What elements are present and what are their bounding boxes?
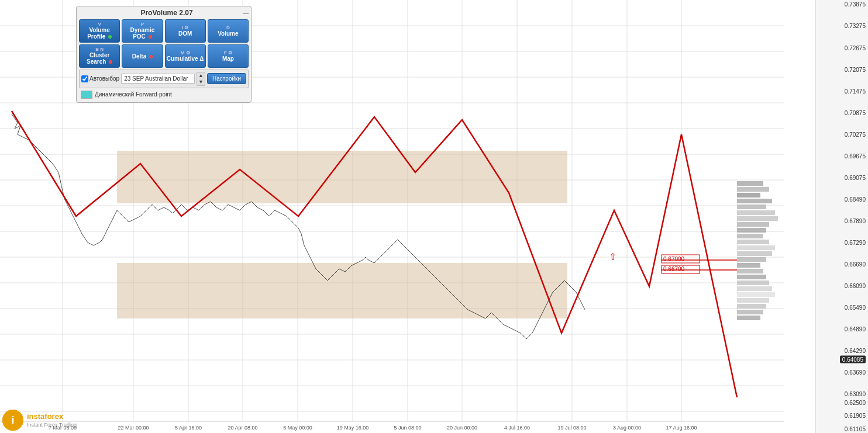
svg-rect-50 [737,251,772,256]
svg-rect-48 [737,240,769,244]
price-tick: 0.67890 [845,217,866,224]
svg-text:19 May 16:00: 19 May 16:00 [337,425,369,431]
svg-text:22 Mar 00:00: 22 Mar 00:00 [118,425,149,431]
svg-rect-51 [737,257,766,262]
price-tick: 0.61105 [845,425,866,432]
price-tick: 0.67290 [845,239,866,245]
price-tick: 0.73275 [845,23,866,29]
provolume-close-button[interactable]: — [243,10,249,16]
price-tick: 0.63090 [845,391,866,397]
provolume-row2: B N Cluster Search Delta M ⚙ Cumulative … [79,44,249,68]
svg-text:5 Apr 16:00: 5 Apr 16:00 [175,425,202,431]
price-tick: 0.69675 [845,153,866,159]
price-tick: 0.61905 [845,413,866,419]
svg-rect-53 [737,269,763,273]
svg-rect-58 [737,298,769,303]
provolume-row1: V Volume Profile P Dynamic POC I ⚙ DOM D… [79,19,249,43]
svg-text:5 Jun 08:00: 5 Jun 08:00 [394,425,421,431]
price-tick: 0.71475 [845,88,866,94]
current-price-tick: 0.64085 [840,356,866,363]
svg-text:17 Aug 16:00: 17 Aug 16:00 [666,425,697,431]
price-tick: 0.66690 [845,261,866,268]
provolume-titlebar: ProVolume 2.07 — [79,9,249,17]
price-tick: 0.63690 [845,369,866,376]
svg-text:0.66700: 0.66700 [663,266,685,272]
autoselect-checkbox[interactable] [81,75,88,82]
price-axis: 0.73875 0.73275 0.72675 0.72075 0.71475 … [815,0,868,433]
price-tick: 0.72075 [845,66,866,72]
chart-area: AUDUSD:H4 [0,0,868,433]
svg-text:20 Apr 08:00: 20 Apr 08:00 [228,425,257,431]
price-tick: 0.73875 [845,1,866,8]
instrument-row: Автовыбор 23 SEP Australian Dollar ▲ ▼ Н… [79,70,249,88]
instrument-display: 23 SEP Australian Dollar [121,74,195,84]
price-tick: 0.70875 [845,109,866,116]
instaforex-logo: i instaforex Instant Forex Trading [2,410,77,431]
autoselect-label: Автовыбор [81,75,119,82]
svg-rect-46 [737,228,766,233]
svg-rect-43 [737,210,775,215]
delta-button[interactable]: Delta [122,44,163,68]
price-tick: 0.72675 [845,44,866,51]
forward-row: Динамический Forward-point [79,89,249,100]
svg-text:5 May 00:00: 5 May 00:00 [283,425,312,431]
price-tick: 0.66090 [845,283,866,289]
dom-button[interactable]: I ⚙ DOM [165,19,206,43]
svg-rect-59 [737,304,766,309]
svg-rect-52 [737,263,760,268]
price-tick: 0.65490 [845,304,866,311]
svg-text:4 Jul 16:00: 4 Jul 16:00 [504,425,530,431]
svg-text:3 Aug 00:00: 3 Aug 00:00 [613,425,641,431]
settings-button[interactable]: Настройки [207,73,246,84]
instaforex-text: instaforex Instant Forex Trading [27,412,77,429]
svg-rect-61 [737,316,760,320]
svg-text:0.67000: 0.67000 [663,256,685,262]
svg-rect-60 [737,310,763,314]
svg-rect-54 [737,275,766,279]
cumulative-delta-button[interactable]: M ⚙ Cumulative Δ [165,44,206,68]
logo-main-text: instaforex [27,412,77,422]
price-tick: 0.68490 [845,196,866,202]
provolume-panel: ProVolume 2.07 — V Volume Profile P Dyna… [76,6,252,103]
map-button[interactable]: F ⚙ Map [208,44,249,68]
svg-rect-30 [117,263,567,318]
svg-rect-55 [737,280,769,285]
svg-rect-44 [737,216,778,221]
volume-button[interactable]: D Volume [208,19,249,43]
forward-label: Динамический Forward-point [95,91,172,98]
svg-rect-40 [737,193,760,198]
logo-sub-text: Instant Forex Trading [27,422,77,429]
instaforex-icon: i [2,410,23,431]
svg-text:i: i [11,414,14,426]
svg-text:20 Jun 00:00: 20 Jun 00:00 [447,425,477,431]
svg-rect-57 [737,292,775,297]
svg-rect-49 [737,245,775,250]
svg-rect-42 [737,205,766,209]
svg-rect-47 [737,234,763,238]
forward-color-box [81,91,92,99]
volume-profile-button[interactable]: V Volume Profile [79,19,120,43]
price-tick: 0.70275 [845,131,866,137]
cluster-search-button[interactable]: B N Cluster Search [79,44,120,68]
price-tick: 0.64890 [845,326,866,332]
svg-rect-39 [737,187,769,192]
instrument-arrows[interactable]: ▲ ▼ [197,72,205,86]
svg-text:19 Jul 08:00: 19 Jul 08:00 [557,425,586,431]
svg-rect-41 [737,199,772,203]
svg-rect-45 [737,222,769,227]
price-tick: 0.64290 [845,348,866,354]
svg-text:⇧: ⇧ [609,252,616,262]
dynamic-poc-button[interactable]: P Dynamic POC [122,19,163,43]
svg-rect-38 [737,181,763,186]
price-tick: 0.62500 [845,400,866,406]
price-tick: 0.69075 [845,174,866,181]
svg-rect-56 [737,286,772,291]
provolume-title: ProVolume 2.07 [91,9,243,17]
